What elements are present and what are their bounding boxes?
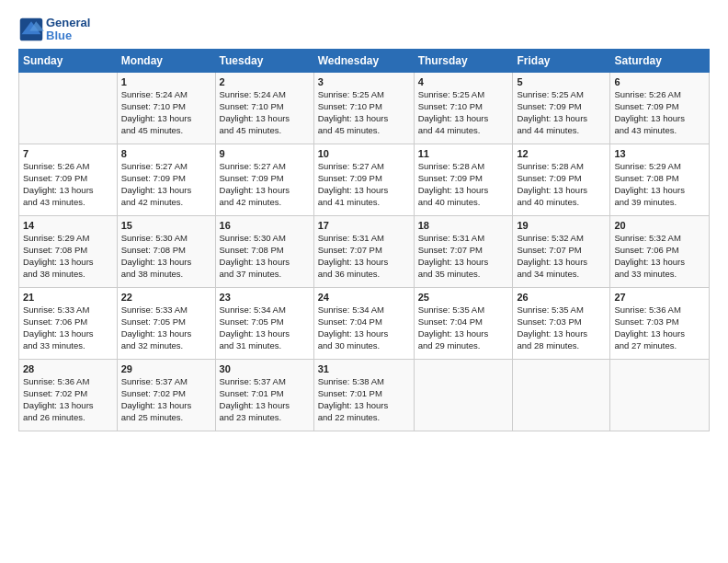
calendar-cell: 20Sunrise: 5:32 AM Sunset: 7:06 PM Dayli… xyxy=(610,215,710,287)
day-number: 11 xyxy=(418,148,509,159)
calendar-cell: 11Sunrise: 5:28 AM Sunset: 7:09 PM Dayli… xyxy=(414,144,513,215)
day-header: Sunday xyxy=(19,49,118,72)
day-info: Sunrise: 5:27 AM Sunset: 7:09 PM Dayligh… xyxy=(121,160,211,209)
day-number: 25 xyxy=(418,292,509,303)
day-number: 21 xyxy=(23,292,113,303)
day-info: Sunrise: 5:24 AM Sunset: 7:10 PM Dayligh… xyxy=(220,88,310,137)
logo-line2: Blue xyxy=(46,29,90,42)
day-info: Sunrise: 5:35 AM Sunset: 7:04 PM Dayligh… xyxy=(418,304,509,352)
day-number: 30 xyxy=(220,363,310,374)
calendar-cell: 10Sunrise: 5:27 AM Sunset: 7:09 PM Dayli… xyxy=(313,144,414,215)
logo-icon xyxy=(18,17,44,42)
day-info: Sunrise: 5:29 AM Sunset: 7:08 PM Dayligh… xyxy=(23,232,113,281)
day-header: Saturday xyxy=(610,49,710,72)
day-info: Sunrise: 5:28 AM Sunset: 7:09 PM Dayligh… xyxy=(517,160,606,209)
day-number: 1 xyxy=(121,76,211,87)
day-number: 8 xyxy=(121,148,211,159)
day-info: Sunrise: 5:34 AM Sunset: 7:04 PM Dayligh… xyxy=(318,304,410,352)
calendar-cell: 23Sunrise: 5:34 AM Sunset: 7:05 PM Dayli… xyxy=(215,287,313,359)
day-info: Sunrise: 5:32 AM Sunset: 7:07 PM Dayligh… xyxy=(517,232,606,281)
calendar-cell: 28Sunrise: 5:36 AM Sunset: 7:02 PM Dayli… xyxy=(19,359,118,431)
day-info: Sunrise: 5:31 AM Sunset: 7:07 PM Dayligh… xyxy=(418,232,509,281)
day-number: 2 xyxy=(220,76,310,87)
table-row: 1Sunrise: 5:24 AM Sunset: 7:10 PM Daylig… xyxy=(19,72,710,144)
calendar-cell: 29Sunrise: 5:37 AM Sunset: 7:02 PM Dayli… xyxy=(117,359,215,431)
calendar-cell: 27Sunrise: 5:36 AM Sunset: 7:03 PM Dayli… xyxy=(610,287,710,359)
calendar-cell: 2Sunrise: 5:24 AM Sunset: 7:10 PM Daylig… xyxy=(215,72,313,144)
calendar-cell: 15Sunrise: 5:30 AM Sunset: 7:08 PM Dayli… xyxy=(117,215,215,287)
calendar-table: SundayMondayTuesdayWednesdayThursdayFrid… xyxy=(18,49,710,431)
day-info: Sunrise: 5:32 AM Sunset: 7:06 PM Dayligh… xyxy=(614,232,705,281)
logo-text: General Blue xyxy=(46,17,90,43)
day-number: 10 xyxy=(318,148,410,159)
day-number: 27 xyxy=(614,292,705,303)
table-row: 28Sunrise: 5:36 AM Sunset: 7:02 PM Dayli… xyxy=(19,359,710,431)
day-number: 15 xyxy=(121,220,211,231)
calendar-cell: 14Sunrise: 5:29 AM Sunset: 7:08 PM Dayli… xyxy=(19,215,118,287)
calendar-cell: 24Sunrise: 5:34 AM Sunset: 7:04 PM Dayli… xyxy=(313,287,414,359)
calendar-cell: 8Sunrise: 5:27 AM Sunset: 7:09 PM Daylig… xyxy=(117,144,215,215)
calendar-cell: 9Sunrise: 5:27 AM Sunset: 7:09 PM Daylig… xyxy=(215,144,313,215)
day-info: Sunrise: 5:24 AM Sunset: 7:10 PM Dayligh… xyxy=(121,88,211,137)
calendar-cell: 21Sunrise: 5:33 AM Sunset: 7:06 PM Dayli… xyxy=(19,287,118,359)
day-info: Sunrise: 5:37 AM Sunset: 7:02 PM Dayligh… xyxy=(121,375,211,424)
day-number: 20 xyxy=(614,220,705,231)
calendar-cell: 7Sunrise: 5:26 AM Sunset: 7:09 PM Daylig… xyxy=(19,144,118,215)
calendar-cell xyxy=(610,359,710,431)
table-header: SundayMondayTuesdayWednesdayThursdayFrid… xyxy=(19,49,710,72)
calendar-cell xyxy=(19,72,118,144)
calendar-cell: 3Sunrise: 5:25 AM Sunset: 7:10 PM Daylig… xyxy=(313,72,414,144)
day-number: 26 xyxy=(517,292,606,303)
day-number: 5 xyxy=(517,76,606,87)
day-info: Sunrise: 5:34 AM Sunset: 7:05 PM Dayligh… xyxy=(220,304,310,352)
calendar-cell xyxy=(513,359,610,431)
calendar-cell xyxy=(414,359,513,431)
calendar-cell: 26Sunrise: 5:35 AM Sunset: 7:03 PM Dayli… xyxy=(513,287,610,359)
day-number: 16 xyxy=(220,220,310,231)
header-row: SundayMondayTuesdayWednesdayThursdayFrid… xyxy=(19,49,710,72)
day-info: Sunrise: 5:31 AM Sunset: 7:07 PM Dayligh… xyxy=(318,232,410,281)
calendar-body: 1Sunrise: 5:24 AM Sunset: 7:10 PM Daylig… xyxy=(19,72,710,431)
calendar-cell: 4Sunrise: 5:25 AM Sunset: 7:10 PM Daylig… xyxy=(414,72,513,144)
day-number: 4 xyxy=(418,76,509,87)
calendar-cell: 16Sunrise: 5:30 AM Sunset: 7:08 PM Dayli… xyxy=(215,215,313,287)
day-info: Sunrise: 5:25 AM Sunset: 7:10 PM Dayligh… xyxy=(318,88,410,137)
day-info: Sunrise: 5:33 AM Sunset: 7:06 PM Dayligh… xyxy=(23,304,113,352)
calendar-cell: 1Sunrise: 5:24 AM Sunset: 7:10 PM Daylig… xyxy=(117,72,215,144)
calendar-cell: 19Sunrise: 5:32 AM Sunset: 7:07 PM Dayli… xyxy=(513,215,610,287)
calendar-cell: 17Sunrise: 5:31 AM Sunset: 7:07 PM Dayli… xyxy=(313,215,414,287)
day-number: 9 xyxy=(220,148,310,159)
day-info: Sunrise: 5:27 AM Sunset: 7:09 PM Dayligh… xyxy=(220,160,310,209)
day-header: Monday xyxy=(117,49,215,72)
day-info: Sunrise: 5:29 AM Sunset: 7:08 PM Dayligh… xyxy=(614,160,705,209)
calendar-cell: 5Sunrise: 5:25 AM Sunset: 7:09 PM Daylig… xyxy=(513,72,610,144)
page: General Blue SundayMondayTuesdayWednesda… xyxy=(0,0,728,441)
day-number: 3 xyxy=(318,76,410,87)
calendar-cell: 25Sunrise: 5:35 AM Sunset: 7:04 PM Dayli… xyxy=(414,287,513,359)
calendar-cell: 12Sunrise: 5:28 AM Sunset: 7:09 PM Dayli… xyxy=(513,144,610,215)
day-number: 17 xyxy=(318,220,410,231)
day-info: Sunrise: 5:25 AM Sunset: 7:10 PM Dayligh… xyxy=(418,88,509,137)
day-info: Sunrise: 5:38 AM Sunset: 7:01 PM Dayligh… xyxy=(318,375,410,424)
day-info: Sunrise: 5:30 AM Sunset: 7:08 PM Dayligh… xyxy=(121,232,211,281)
day-number: 28 xyxy=(23,363,113,374)
day-header: Friday xyxy=(513,49,610,72)
day-header: Wednesday xyxy=(313,49,414,72)
day-number: 24 xyxy=(318,292,410,303)
calendar-cell: 6Sunrise: 5:26 AM Sunset: 7:09 PM Daylig… xyxy=(610,72,710,144)
table-row: 7Sunrise: 5:26 AM Sunset: 7:09 PM Daylig… xyxy=(19,144,710,215)
table-row: 21Sunrise: 5:33 AM Sunset: 7:06 PM Dayli… xyxy=(19,287,710,359)
day-number: 7 xyxy=(23,148,113,159)
day-number: 13 xyxy=(614,148,705,159)
calendar-cell: 31Sunrise: 5:38 AM Sunset: 7:01 PM Dayli… xyxy=(313,359,414,431)
day-number: 18 xyxy=(418,220,509,231)
day-info: Sunrise: 5:30 AM Sunset: 7:08 PM Dayligh… xyxy=(220,232,310,281)
day-number: 31 xyxy=(318,363,410,374)
day-number: 23 xyxy=(220,292,310,303)
day-info: Sunrise: 5:28 AM Sunset: 7:09 PM Dayligh… xyxy=(418,160,509,209)
day-info: Sunrise: 5:25 AM Sunset: 7:09 PM Dayligh… xyxy=(517,88,606,137)
day-header: Tuesday xyxy=(215,49,313,72)
calendar-cell: 22Sunrise: 5:33 AM Sunset: 7:05 PM Dayli… xyxy=(117,287,215,359)
day-info: Sunrise: 5:27 AM Sunset: 7:09 PM Dayligh… xyxy=(318,160,410,209)
day-info: Sunrise: 5:35 AM Sunset: 7:03 PM Dayligh… xyxy=(517,304,606,352)
